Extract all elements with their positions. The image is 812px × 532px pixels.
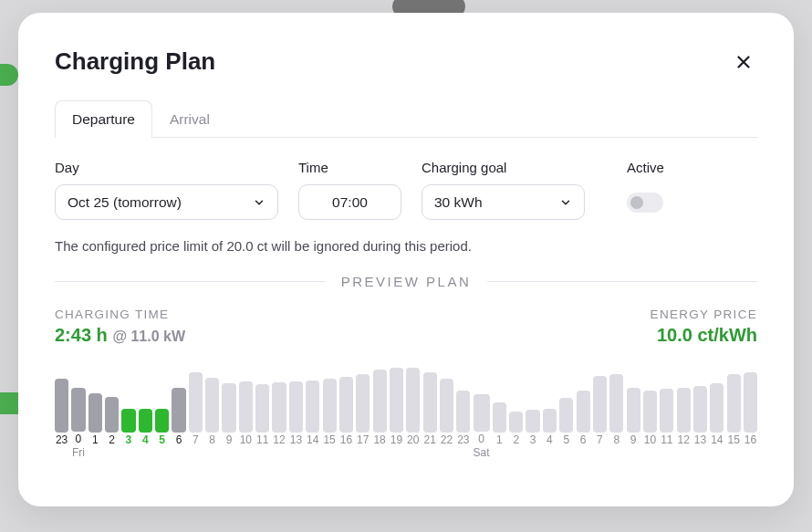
chart-bar-fill <box>559 398 573 433</box>
chart-tick: 10 <box>240 434 252 446</box>
chart-bar: 8 <box>205 378 219 459</box>
chart-tick: 18 <box>373 434 385 446</box>
chart-bar: 1 <box>88 393 102 459</box>
chart-tick: 8 <box>209 434 215 446</box>
chart-bar: 14 <box>710 383 724 459</box>
chart-bar: 9 <box>627 388 640 459</box>
goal-value: 30 kWh <box>434 194 483 211</box>
chart-bar: 18 <box>373 370 387 459</box>
chart-bar: 12 <box>272 382 286 459</box>
chart-tick: 9 <box>226 434 233 446</box>
chart-tick: 0 <box>76 433 82 445</box>
chart-bar-fill <box>727 374 741 433</box>
chart-tick: 2 <box>513 434 519 446</box>
chart-bar-fill <box>710 383 724 433</box>
chart-bar: 16 <box>339 377 353 459</box>
chart-tick: 5 <box>159 434 165 446</box>
chart-bar: 3 <box>526 410 539 459</box>
chart-tick: 7 <box>597 434 603 446</box>
chart-bar: 6 <box>172 388 185 459</box>
energy-price-label: ENERGY PRICE <box>651 308 757 321</box>
chart-bar: 10 <box>239 381 253 459</box>
price-limit-note: The configured price limit of 20.0 ct wi… <box>55 238 757 254</box>
chart-bar: 7 <box>189 372 203 459</box>
tab-arrival[interactable]: Arrival <box>152 100 227 138</box>
chart-bar: 4 <box>139 409 152 459</box>
chart-tick: 5 <box>563 434 569 446</box>
chart-bar: 11 <box>660 389 673 459</box>
chart-bar: 17 <box>356 374 370 459</box>
chart-bar: 16 <box>744 372 757 459</box>
energy-price-stat: ENERGY PRICE 10.0 ct/kWh <box>651 308 757 346</box>
charging-time-value: 2:43 h @ 11.0 kW <box>55 325 185 346</box>
charging-plan-modal: Charging Plan Departure Arrival Day Oct … <box>18 13 794 506</box>
chart-bar-fill <box>189 372 203 433</box>
chart-bar-fill <box>155 409 169 433</box>
chart-bar: 0Fri <box>71 388 85 459</box>
chart-bar: 2 <box>509 412 523 459</box>
chart-bar: 10 <box>643 391 657 459</box>
time-group: Time 07:00 <box>298 160 401 220</box>
chart-bar: 19 <box>390 368 403 459</box>
chart-tick: 15 <box>728 434 740 446</box>
chart-bar-fill <box>88 393 102 433</box>
chart-bar: 2 <box>105 397 119 459</box>
chart-tick: 16 <box>744 434 756 446</box>
active-toggle[interactable] <box>627 193 663 213</box>
chart-tick: 4 <box>547 434 553 446</box>
form-row: Day Oct 25 (tomorrow) Time 07:00 Chargin… <box>55 160 757 220</box>
chart-bar-fill <box>627 388 640 433</box>
chart-bar: 15 <box>323 379 337 459</box>
chart-bar-fill <box>643 391 657 433</box>
chart-bar: 11 <box>255 384 269 459</box>
chart-tick: 11 <box>661 434 672 446</box>
chart-tick: 10 <box>644 434 656 446</box>
chart-tick: 12 <box>677 434 689 446</box>
chart-bar-fill <box>609 374 623 433</box>
day-value: Oct 25 (tomorrow) <box>68 194 182 211</box>
time-label: Time <box>298 160 401 175</box>
time-input[interactable]: 07:00 <box>298 184 401 220</box>
chart-bar-fill <box>71 388 85 432</box>
energy-price-value: 10.0 ct/kWh <box>651 325 757 346</box>
chart-bar: 6 <box>577 391 590 459</box>
chart-bar: 13 <box>693 386 707 459</box>
chart-tick: 23 <box>457 434 469 446</box>
day-select[interactable]: Oct 25 (tomorrow) <box>55 184 278 220</box>
chart-bar-fill <box>339 377 353 433</box>
chart-tick: 19 <box>390 434 402 446</box>
chart-bar: 20 <box>406 368 420 459</box>
chart-tick: 23 <box>56 434 68 446</box>
chart-tick: 11 <box>256 434 268 446</box>
chart-bar-fill <box>543 409 557 433</box>
chart-tick: 21 <box>423 434 435 446</box>
chart-tick: 20 <box>407 434 419 446</box>
chart-bar-fill <box>373 370 387 433</box>
goal-select[interactable]: 30 kWh <box>422 184 585 220</box>
tabs: Departure Arrival <box>55 99 757 138</box>
chart-bar-fill <box>423 372 437 433</box>
goal-group: Charging goal 30 kWh <box>422 160 585 220</box>
chart-bar: 13 <box>289 381 303 459</box>
chart-bar-fill <box>205 378 219 433</box>
close-icon <box>734 52 754 72</box>
chart-bar: 23 <box>456 391 470 459</box>
preview-divider: PREVIEW PLAN <box>55 274 757 289</box>
chart-bar-fill <box>239 381 253 433</box>
chart-tick: 4 <box>142 434 149 446</box>
charging-time-label: CHARGING TIME <box>55 308 185 321</box>
chart-tick: 6 <box>580 434 587 446</box>
goal-label: Charging goal <box>422 160 585 175</box>
tab-departure[interactable]: Departure <box>55 100 152 138</box>
chart-tick: 3 <box>126 434 132 446</box>
close-button[interactable] <box>730 48 757 76</box>
chart-tick: 9 <box>630 434 637 446</box>
chart-bar-fill <box>677 388 691 433</box>
chart-tick: 2 <box>109 434 115 446</box>
chart-bar-fill <box>509 412 523 433</box>
chart-bar: 4 <box>543 409 557 459</box>
chart-bar-fill <box>693 386 707 433</box>
chart-bar-fill <box>440 379 453 433</box>
chart-tick: 12 <box>273 434 285 446</box>
chart-tick: 3 <box>530 434 536 446</box>
